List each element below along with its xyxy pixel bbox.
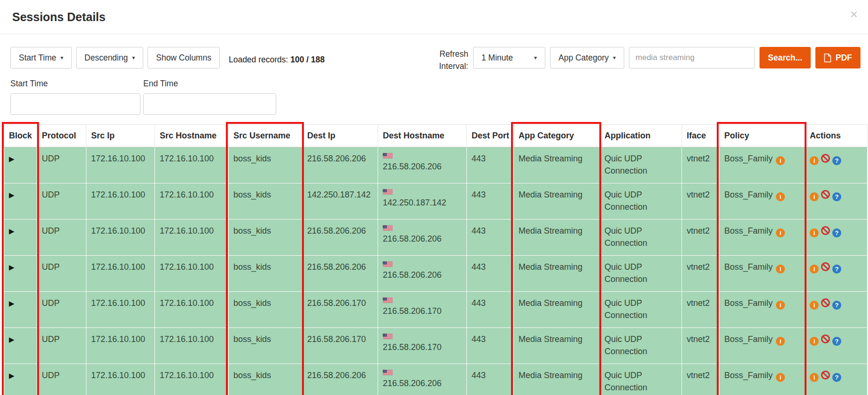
table-row: ▶ UDP 172.16.10.100 172.16.10.100 boss_k… [4,364,868,395]
refresh-interval-select[interactable]: 1 Minute ▾ [473,47,545,68]
search-button[interactable]: Search... [760,47,811,68]
block-cell[interactable]: ▶ [4,256,37,292]
play-icon[interactable]: ▶ [9,372,15,380]
policy-cell: Boss_Familyi [720,328,805,364]
column-header-dest-hostname[interactable]: Dest Hostname [378,125,467,147]
block-icon[interactable] [821,190,830,199]
help-icon[interactable]: ? [832,301,841,310]
refresh-interval-value: 1 Minute [481,53,513,63]
help-icon[interactable]: ? [832,265,841,273]
dest-port-cell: 443 [467,147,514,183]
us-flag-icon [383,333,462,340]
policy-info-icon[interactable]: i [776,337,785,346]
help-icon[interactable]: ? [832,228,841,237]
block-cell[interactable]: ▶ [4,147,37,183]
src-hostname-cell: 172.16.10.100 [155,147,229,183]
iface-cell: vtnet2 [682,364,720,395]
dest-hostname-cell: 216.58.206.170 [378,328,467,364]
column-header-protocol[interactable]: Protocol [37,125,86,147]
block-cell[interactable]: ▶ [4,183,37,220]
play-icon[interactable]: ▶ [9,263,15,271]
show-columns-label: Show Columns [156,53,211,63]
policy-name: Boss_Family [724,190,773,199]
start-time-input[interactable] [10,93,140,115]
help-icon[interactable]: ? [832,192,841,201]
iface-cell: vtnet2 [682,183,720,220]
dest-ip-cell: 216.58.206.206 [302,256,378,292]
sort-order-dropdown[interactable]: Descending ▾ [76,47,143,68]
table-row: ▶ UDP 172.16.10.100 172.16.10.100 boss_k… [4,256,868,292]
src-hostname-cell: 172.16.10.100 [155,292,229,328]
policy-info-icon[interactable]: i [776,156,785,165]
column-header-policy[interactable]: Policy [720,125,805,147]
policy-info-icon[interactable]: i [776,301,785,310]
application-cell: Quic UDP Connection [600,364,682,395]
src-hostname-cell: 172.16.10.100 [155,183,229,220]
info-icon[interactable]: i [810,228,819,237]
column-header-application[interactable]: Application [600,125,682,147]
info-icon[interactable]: i [810,337,819,346]
block-cell[interactable]: ▶ [4,292,37,328]
block-cell[interactable]: ▶ [4,364,37,395]
pdf-button[interactable]: PDF [815,47,860,68]
column-header-block[interactable]: Block [4,125,37,147]
block-icon[interactable] [821,154,830,163]
policy-info-icon[interactable]: i [776,192,785,201]
policy-info-icon[interactable]: i [776,373,785,382]
column-header-app-category[interactable]: App Category [514,125,600,147]
app-category-dropdown[interactable]: App Category ▾ [550,47,624,68]
sessions-table-body: ▶ UDP 172.16.10.100 172.16.10.100 boss_k… [4,147,868,395]
search-button-label: Search... [768,53,802,63]
policy-info-icon[interactable]: i [776,265,785,273]
column-header-iface[interactable]: Iface [682,125,720,147]
info-icon[interactable]: i [810,265,819,273]
src-username-cell: boss_kids [229,183,302,220]
policy-cell: Boss_Familyi [720,364,805,395]
application-cell: Quic UDP Connection [600,328,682,364]
column-header-dest-ip[interactable]: Dest Ip [302,125,378,147]
sessions-table: BlockProtocolSrc IpSrc HostnameSrc Usern… [4,124,868,395]
block-cell[interactable]: ▶ [4,220,37,256]
info-icon[interactable]: i [810,156,819,165]
dest-hostname-text: 216.58.206.206 [383,269,462,281]
play-icon[interactable]: ▶ [9,299,15,307]
table-row: ▶ UDP 172.16.10.100 172.16.10.100 boss_k… [4,220,868,256]
help-icon[interactable]: ? [832,373,841,382]
play-icon[interactable]: ▶ [9,335,15,343]
info-icon[interactable]: i [810,192,819,201]
info-icon[interactable]: i [810,373,819,382]
block-cell[interactable]: ▶ [4,328,37,364]
dest-port-cell: 443 [467,328,514,364]
info-icon[interactable]: i [810,301,819,310]
play-icon[interactable]: ▶ [9,191,15,199]
block-icon[interactable] [821,262,830,271]
play-icon[interactable]: ▶ [9,155,15,163]
column-header-src-username[interactable]: Src Username [229,125,302,147]
help-icon[interactable]: ? [832,337,841,346]
loaded-records: Loaded records: 100 / 188 [229,55,325,65]
block-icon[interactable] [821,226,830,235]
dest-hostname-cell: 216.58.206.170 [378,292,467,328]
column-header-actions[interactable]: Actions [805,125,868,147]
block-icon[interactable] [821,298,830,307]
dest-port-cell: 443 [467,220,514,256]
src-username-cell: boss_kids [229,220,302,256]
close-icon[interactable]: × [850,8,858,21]
chevron-down-icon: ▾ [132,54,135,61]
column-header-src-ip[interactable]: Src Ip [86,125,155,147]
policy-info-icon[interactable]: i [776,228,785,237]
sort-field-dropdown[interactable]: Start Time ▾ [10,47,72,68]
block-icon[interactable] [821,371,830,380]
policy-cell: Boss_Familyi [720,147,805,183]
play-icon[interactable]: ▶ [9,227,15,235]
column-header-src-hostname[interactable]: Src Hostname [155,125,229,147]
search-input[interactable] [629,47,755,68]
refresh-interval-label: Refresh Interval: [427,48,468,73]
help-icon[interactable]: ? [832,156,841,165]
end-time-input[interactable] [143,93,276,115]
column-header-dest-port[interactable]: Dest Port [467,125,514,147]
src-ip-cell: 172.16.10.100 [86,256,155,292]
us-flag-icon [383,152,462,159]
block-icon[interactable] [821,334,830,343]
show-columns-button[interactable]: Show Columns [147,47,220,68]
